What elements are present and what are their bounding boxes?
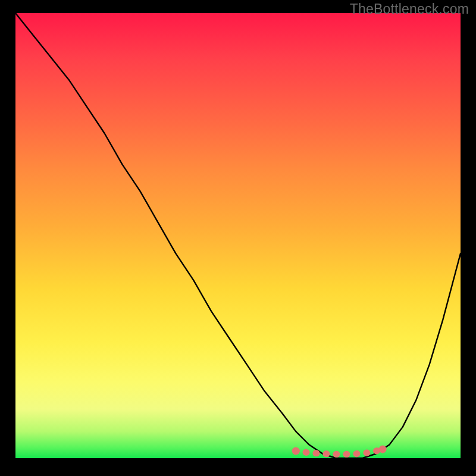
bottleneck-curve (15, 13, 461, 458)
sweet-spot-start-dot (292, 447, 300, 455)
chart-frame (15, 13, 461, 458)
watermark-text: TheBottleneck.com (350, 1, 469, 17)
chart-svg (15, 13, 461, 458)
sweet-spot-end-dot (379, 446, 387, 453)
sweet-spot-marker (296, 449, 383, 454)
